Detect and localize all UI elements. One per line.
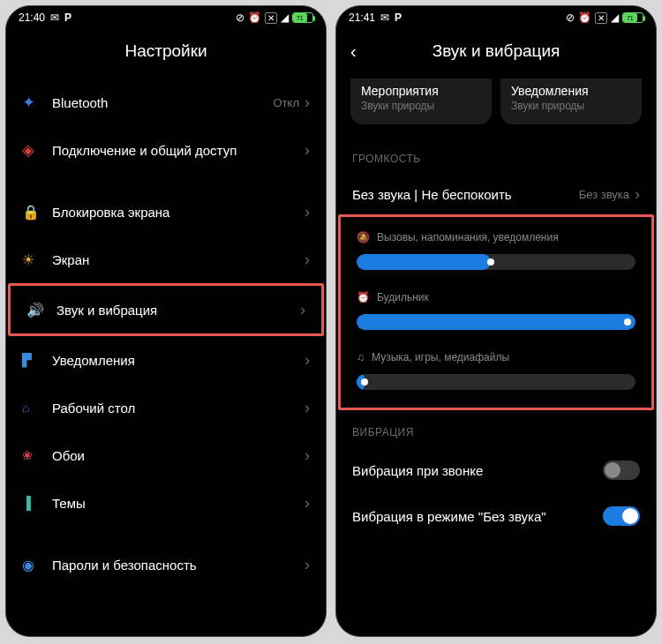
row-themes[interactable]: ▐ Темы › — [6, 479, 326, 527]
themes-icon: ▐ — [22, 496, 31, 510]
chevron-right-icon: › — [305, 494, 310, 513]
signal-icon: ◢ — [281, 11, 289, 24]
alarm-icon: ⏰ — [578, 11, 591, 24]
page-title: ‹ Звук и вибрация — [336, 29, 656, 79]
section-volume: ГРОМКОСТЬ — [336, 137, 656, 174]
row-lock-screen[interactable]: 🔒 Блокировка экрана › — [6, 188, 326, 236]
toggle-vibrate-in-silent[interactable]: Вибрация в режиме "Без звука" — [336, 493, 656, 539]
slider-track[interactable] — [357, 374, 636, 390]
notification-icon: ▛ — [22, 353, 32, 367]
dnd-icon: ⊘ — [236, 11, 244, 24]
settings-list: ✦ Bluetooth Откл › ◈ Подключение и общий… — [6, 79, 326, 636]
chevron-right-icon: › — [635, 185, 640, 204]
phone-left: 21:40 ✉ P ⊘ ⏰ ✕ ◢ 71 Настройки ✦ Bluetoo… — [5, 5, 327, 637]
alarm-clock-icon: ⏰ — [357, 291, 370, 303]
chevron-right-icon: › — [305, 141, 310, 160]
card-events[interactable]: Мероприятия Звуки природы — [350, 79, 492, 124]
chevron-right-icon: › — [305, 351, 310, 370]
row-notifications[interactable]: ▛ Уведомления › — [6, 336, 326, 384]
close-icon: ✕ — [595, 12, 607, 24]
bluetooth-icon: ✦ — [22, 93, 35, 112]
home-icon: ⌂ — [22, 401, 29, 415]
row-connection-sharing[interactable]: ◈ Подключение и общий доступ › — [6, 126, 326, 174]
phone-right: 21:41 ✉ P ⊘ ⏰ ✕ ◢ 71 ‹ Звук и вибрация М… — [335, 5, 657, 637]
bell-off-icon: 🔕 — [357, 231, 370, 243]
chevron-right-icon: › — [300, 301, 305, 319]
slider-alarm[interactable]: ⏰ Будильник — [341, 282, 651, 342]
toggle-switch[interactable] — [603, 461, 640, 480]
fingerprint-icon: ◉ — [22, 557, 34, 573]
signal-icon: ◢ — [611, 11, 619, 24]
slider-media[interactable]: ♫ Музыка, игры, медиафайлы — [341, 342, 651, 402]
card-notifications[interactable]: Уведомления Звуки природы — [500, 79, 642, 124]
p-icon: P — [395, 11, 402, 24]
status-bar: 21:40 ✉ P ⊘ ⏰ ✕ ◢ 71 — [6, 6, 326, 29]
alarm-icon: ⏰ — [248, 11, 261, 24]
mail-icon: ✉ — [380, 11, 389, 24]
dnd-icon: ⊘ — [566, 11, 575, 24]
speaker-icon: 🔊 — [26, 302, 44, 318]
chevron-right-icon: › — [305, 556, 310, 574]
row-passwords-security[interactable]: ◉ Пароли и безопасность › — [6, 541, 326, 588]
row-silent-dnd[interactable]: Без звука | Не беспокоить Без звука › — [336, 174, 656, 214]
mail-icon: ✉ — [50, 11, 59, 24]
p-icon: P — [64, 11, 71, 24]
section-vibration: ВИБРАЦИЯ — [336, 410, 656, 447]
sun-icon: ☀ — [22, 251, 34, 268]
lock-icon: 🔒 — [22, 204, 40, 221]
slider-track[interactable] — [357, 254, 636, 270]
chevron-right-icon: › — [305, 251, 310, 269]
battery-icon: 71 — [292, 12, 313, 23]
slider-track[interactable] — [357, 314, 636, 330]
share-icon: ◈ — [22, 140, 34, 160]
page-title: Настройки — [6, 29, 326, 79]
status-time: 21:41 — [349, 11, 375, 24]
row-wallpaper[interactable]: ❀ Обои › — [6, 431, 326, 479]
music-icon: ♫ — [357, 351, 365, 363]
status-time: 21:40 — [19, 11, 45, 24]
back-button[interactable]: ‹ — [350, 41, 357, 62]
chevron-right-icon: › — [305, 446, 310, 465]
slider-ringtone[interactable]: 🔕 Вызовы, напоминания, уведомления — [341, 222, 651, 282]
highlight-sound: 🔊 Звук и вибрация › — [8, 283, 324, 336]
chevron-right-icon: › — [305, 94, 310, 112]
row-home-screen[interactable]: ⌂ Рабочий стол › — [6, 384, 326, 431]
highlight-sliders: 🔕 Вызовы, напоминания, уведомления ⏰ Буд… — [338, 214, 654, 410]
chevron-right-icon: › — [305, 203, 310, 221]
preset-cards: Мероприятия Звуки природы Уведомления Зв… — [336, 79, 656, 137]
wallpaper-icon: ❀ — [22, 448, 33, 462]
close-icon: ✕ — [265, 12, 277, 24]
row-bluetooth[interactable]: ✦ Bluetooth Откл › — [6, 79, 326, 126]
row-display[interactable]: ☀ Экран › — [6, 236, 326, 283]
battery-icon: 71 — [622, 12, 643, 23]
toggle-vibrate-on-ring[interactable]: Вибрация при звонке — [336, 447, 656, 493]
toggle-switch[interactable] — [603, 506, 640, 526]
chevron-right-icon: › — [305, 399, 310, 417]
status-bar: 21:41 ✉ P ⊘ ⏰ ✕ ◢ 71 — [336, 6, 656, 29]
row-sound-vibration[interactable]: 🔊 Звук и вибрация › — [11, 286, 321, 333]
